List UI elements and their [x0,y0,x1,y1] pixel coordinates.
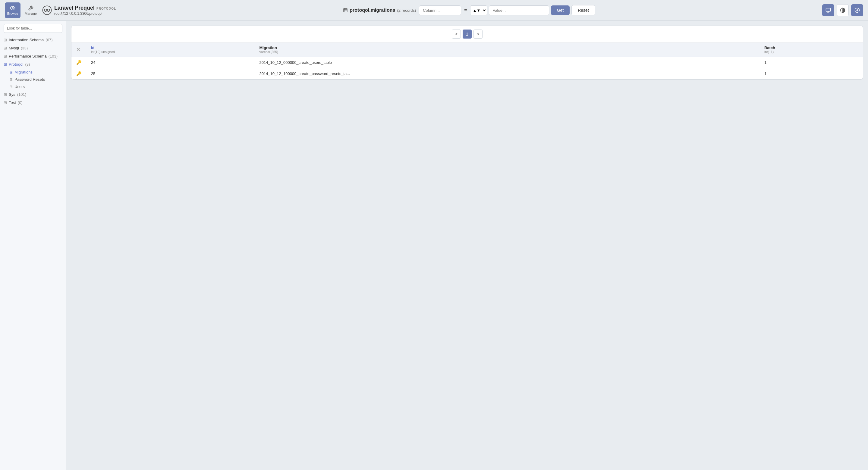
browse-button[interactable]: Browse [5,2,21,18]
operator-select[interactable]: ▲▼ [470,5,487,15]
sidebar-db-performance-schema[interactable]: ⊞ Performance Schema (103) [0,52,66,60]
db-name: Performance Schema [9,54,47,58]
pagination: < 1 > [71,26,863,42]
main-layout: ⊞ Information Schema (67) ⊞ Mysql (33) ⊞… [0,21,868,470]
manage-button[interactable]: Manage [23,2,38,18]
migration-column-header: Migration varchar(255) [254,42,759,57]
table-row: 🔑 24 2014_10_12_000000_create_users_tabl… [71,57,863,68]
get-button[interactable]: Get [551,5,570,15]
migration-type: varchar(255) [259,50,754,54]
logo-title: Laravel Prequel PROTOQOL [54,5,116,11]
sidebar-db-sys[interactable]: ⊞ Sys (101) [0,90,66,98]
table-name: Users [14,84,25,89]
table-name: Password Resets [14,77,45,82]
topbar-right [822,4,863,16]
row-batch-cell: 1 [760,68,863,79]
svg-rect-9 [826,8,831,11]
id-type: int(10) unsigned [91,50,250,54]
db-count: (33) [21,46,28,50]
db-count: (103) [49,54,58,58]
migration-label: Migration [259,45,277,50]
db-count: (67) [45,38,53,42]
db-icon: ⊞ [4,100,7,105]
row-action-cell: 🔑 [71,68,86,79]
records-count: (2 records) [397,8,416,13]
arrow-right-icon [855,7,860,13]
sidebar-db-mysql[interactable]: ⊞ Mysql (33) [0,44,66,52]
svg-point-3 [47,9,50,11]
batch-column-header: Batch int(11) [760,42,863,57]
table-icon: ⊞ [10,70,13,74]
table-title-area: protoqol.migrations (2 records) [343,7,416,13]
cross-icon[interactable]: ✕ [76,47,80,52]
table-icon: ⊞ [10,85,13,89]
share-icon [826,7,831,13]
app-name: Laravel Prequel [54,5,95,11]
topbar-center: protoqol.migrations (2 records) = ▲▼ Get… [120,5,818,15]
row-batch-cell: 1 [760,57,863,68]
prev-page-button[interactable]: < [452,30,461,38]
app-tag: PROTOQOL [96,7,116,10]
svg-point-2 [44,9,47,11]
value-input[interactable] [489,5,549,15]
db-icon: ⊞ [4,54,7,58]
data-container: < 1 > ✕ Id int(10) unsigned [71,26,863,80]
topbar: Browse Manage Laravel Prequel PROTOQOL r… [0,0,868,21]
db-count: (3) [25,62,30,67]
table-header-row: ✕ Id int(10) unsigned Migration varchar(… [71,42,863,57]
id-column-header: Id int(10) unsigned [86,42,254,57]
table-row: 🔑 25 2014_10_12_100000_create_password_r… [71,68,863,79]
column-input[interactable] [419,5,461,15]
table-search-input[interactable] [4,24,62,33]
contrast-icon [840,7,845,13]
db-name: Sys [9,92,16,97]
sidebar-db-information-schema[interactable]: ⊞ Information Schema (67) [0,36,66,44]
wrench-icon [28,5,33,11]
db-icon: ⊞ [4,38,7,42]
db-name: Test [9,100,16,105]
sidebar-db-test[interactable]: ⊞ Test (0) [0,98,66,107]
row-migration-cell: 2014_10_12_100000_create_password_resets… [254,68,759,79]
table-icon: ⊞ [10,77,13,82]
sidebar-db-protoqol[interactable]: ⊞ Protoqol (3) [0,60,66,68]
svg-point-0 [12,7,13,9]
db-name: Protoqol [9,62,23,67]
eye-icon [10,5,16,11]
row-key-icon[interactable]: 🔑 [76,60,82,65]
row-migration-cell: 2014_10_12_000000_create_users_table [254,57,759,68]
db-icon: ⊞ [4,62,7,67]
row-id-cell: 25 [86,68,254,79]
connection-string: root@127.0.0.1:3306/protoqol [54,11,116,15]
row-key-icon[interactable]: 🔑 [76,71,82,76]
batch-type: int(11) [764,50,858,54]
table-title-text: protoqol.migrations [350,7,395,13]
share-button[interactable] [822,4,834,16]
topbar-left: Browse Manage Laravel Prequel PROTOQOL r… [5,2,116,18]
reset-button[interactable]: Reset [571,5,595,15]
theme-button[interactable] [837,4,849,16]
equals-operator: = [463,7,468,13]
content-area: < 1 > ✕ Id int(10) unsigned [66,21,868,470]
forward-button[interactable] [851,4,863,16]
data-table: ✕ Id int(10) unsigned Migration varchar(… [71,42,863,79]
db-icon: ⊞ [4,46,7,50]
row-id-cell: 24 [86,57,254,68]
page-1-button[interactable]: 1 [463,30,472,38]
row-action-cell: 🔑 [71,57,86,68]
next-page-button[interactable]: > [473,30,483,38]
logo-area: Laravel Prequel PROTOQOL root@127.0.0.1:… [42,5,116,15]
db-name: Information Schema [9,38,44,42]
batch-label: Batch [764,45,775,50]
sidebar: ⊞ Information Schema (67) ⊞ Mysql (33) ⊞… [0,21,66,470]
db-count: (101) [17,92,26,97]
svg-rect-4 [344,8,347,12]
sidebar-table-password-resets[interactable]: ⊞ Password Resets [1,76,65,83]
table-name: Migrations [14,70,33,74]
sidebar-table-users[interactable]: ⊞ Users [1,83,65,90]
manage-label: Manage [25,12,37,15]
id-label: Id [91,45,95,50]
db-name: Mysql [9,46,19,50]
sidebar-table-migrations[interactable]: ⊞ Migrations [1,69,65,75]
db-icon: ⊞ [4,92,7,97]
action-header: ✕ [71,42,86,57]
